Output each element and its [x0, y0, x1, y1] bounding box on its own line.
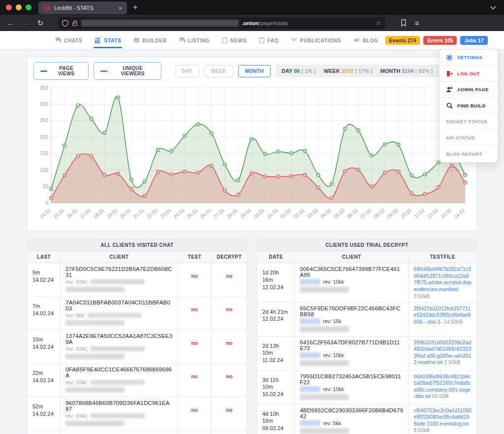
last-cell: 7m14.02.24 [28, 297, 61, 330]
menu-item-logout[interactable]: LOG OUT [440, 66, 498, 82]
events-badge[interactable]: Events 274 [385, 36, 420, 45]
last-cell: 52m14.02.24 [28, 397, 61, 431]
nav-item-news[interactable]: NEWS [222, 31, 247, 50]
megaphone-icon [353, 37, 360, 43]
col-last: LAST [28, 251, 61, 263]
col-client: CLIENT [61, 251, 178, 263]
window-controls[interactable] [0, 4, 38, 10]
red-dash-icon [100, 70, 107, 72]
y-tick-label: 100 [40, 167, 48, 173]
reload-button[interactable]: ↻ [34, 19, 46, 28]
client-cell: 6416C2F563A7DF8027B771D9B1D11E72 rev: 10… [295, 336, 409, 370]
nav-item-stats[interactable]: STATS [94, 31, 121, 50]
redacted-block [300, 287, 349, 293]
table-row: 4d 10h 16m09.02.24 4BD9932C8C290303366F2… [257, 404, 476, 434]
forward-button[interactable]: → [20, 19, 32, 27]
lockbit-favicon: LB [43, 4, 50, 11]
tab-close-icon[interactable]: × [118, 4, 122, 12]
redacted-block [91, 346, 145, 351]
y-tick-label: 300 [40, 101, 48, 107]
client-cell: 0064C365C5CE76647399B77FCE491A95 rev: 10… [295, 263, 409, 302]
x-tick-label: 02.02 [292, 207, 306, 220]
menu-item-admin-page[interactable]: ADMIN PAGE [440, 82, 498, 98]
x-tick-label: 05.02 [333, 207, 346, 220]
client-hash: 4BD9932C8C290303366F20B6B4D67942 [300, 407, 403, 419]
x-tick-label: 16.01 [65, 207, 79, 220]
browser-tab[interactable]: LB LockBit - STATS × [38, 1, 127, 14]
minimize-window-button[interactable] [16, 4, 22, 10]
redacted-block [300, 428, 349, 434]
redacted-block [300, 279, 320, 285]
legend-unique-viewers-button[interactable]: UNIQUE VIEWERS [94, 62, 161, 80]
x-tick-label: 01.02 [279, 207, 292, 220]
nav-item-faq[interactable]: FAQ [259, 31, 279, 50]
x-tick-label: 31.01 [266, 207, 279, 220]
menu-item-api-status[interactable]: API STATUS [440, 130, 498, 146]
redacted-block [65, 287, 125, 292]
jobs-badge[interactable]: Jobs 17 [460, 36, 487, 45]
clipboard-icon [222, 37, 228, 43]
period-week-button[interactable]: WEEK [204, 65, 233, 77]
nav-item-publications[interactable]: PUBLICATIONS [291, 31, 341, 50]
redacted-url [81, 20, 239, 27]
stats-chart-panel: PAGE VIEWS UNIQUE VIEWERS DAY WEEK MONTH… [27, 57, 477, 231]
x-tick-label: 12.02 [426, 207, 440, 220]
new-tab-button[interactable]: + [133, 3, 137, 12]
client-hash: 27F5D0C5C9E76221D2B5A7E2DB608C31 [65, 266, 172, 278]
x-tick-label: 17.01 [79, 207, 92, 220]
x-tick-label: 07.02 [359, 207, 373, 220]
last-cell: 1h 43m14.02.24 [28, 431, 61, 434]
table-row: 52m14.02.24 9607868B45B60B709D36FA1DC961… [28, 397, 247, 431]
menu-item-socket-status[interactable]: SOCKET STATUS [440, 114, 498, 130]
testfile-link[interactable]: 269b1031d9d23239c2ad4832dad7d02465c92323… [414, 339, 472, 366]
client-cell: 1374A2E9E7A50CC52AA1A87C3C5EE39A rev: 10… [61, 330, 178, 364]
x-tick-label: 20.01 [119, 207, 132, 220]
close-window-button[interactable] [6, 4, 12, 10]
x-tick-label: 15.01 [52, 207, 65, 220]
redacted-block [65, 421, 125, 426]
nav-item-builder[interactable]: </> BUILDER [133, 31, 166, 50]
testfile-cell: 269b1031d9d23239c2ad4832dad7d02465c92323… [409, 336, 476, 370]
client-hash: 7A04C011BBFAB0037A04C011BBFAB003 [65, 300, 172, 311]
menu-item-settings[interactable]: SETTINGS [440, 50, 498, 66]
menu-item-blog-report[interactable]: BLOG REPORT [440, 146, 498, 162]
client-hash: 65C5F9DE76DDF9BF22C456BC43FCBB58 [300, 305, 403, 317]
chart-icon [94, 37, 101, 43]
legend-page-views-button[interactable]: PAGE VIEWS [33, 62, 89, 80]
x-tick-label: 26.01 [199, 207, 213, 220]
x-tick-label: 24.01 [172, 207, 186, 220]
testfile-link[interactable]: cf540703ec2c0a1d11090e9f233090ac65c6a8d1… [414, 407, 472, 427]
date-cell: 4d 10h 16m09.02.24 [257, 404, 295, 434]
maximize-window-button[interactable] [26, 4, 32, 10]
bookmark-star-icon[interactable]: ☆ [376, 19, 381, 27]
back-button[interactable]: ← [5, 19, 17, 27]
trial-decrypt-table: CLIENTS USED TRIAL DECRYPT DATE CLIENT T… [257, 239, 477, 434]
test-status: no [178, 297, 212, 330]
save-page-icon[interactable] [400, 19, 407, 27]
nav-item-blog[interactable]: BLOG [353, 31, 378, 50]
nav-item-chats[interactable]: CHATS [55, 31, 82, 50]
test-status: no [178, 364, 212, 397]
url-bar[interactable]: .onion/page#stats ☆ [58, 17, 385, 29]
url-text: .onion/page#stats [242, 20, 288, 26]
redacted-block [300, 386, 320, 392]
period-month-button[interactable]: MONTH [238, 65, 271, 77]
date-cell: 3d 11h 10m10.02.24 [257, 370, 295, 404]
stats-chart: 05010015020025030035014.0115.0116.0117.0… [33, 83, 471, 229]
client-hash: 0064C365C5CE76647399B77FCE491A95 [300, 266, 403, 278]
x-tick-label: 10.02 [400, 207, 413, 220]
shield-icon [62, 20, 68, 27]
errors-badge[interactable]: Errors 105 [423, 36, 457, 45]
client-rev: rev: 20kk; [65, 413, 172, 419]
hamburger-menu-icon[interactable]: ≡ [415, 19, 419, 27]
period-day-button[interactable]: DAY [175, 65, 199, 77]
decrypt-status: no [212, 297, 247, 330]
col-client: CLIENT [295, 251, 409, 263]
last-cell: 15m14.02.24 [28, 330, 61, 364]
testfile-link[interactable]: 690d45d4967b282a71c3d64df12871c565ca10a6… [414, 266, 472, 292]
nav-item-listing[interactable]: LISTING [179, 31, 210, 50]
tab-list-chevron-icon[interactable] [490, 3, 496, 12]
x-tick-label: 11.02 [413, 207, 426, 219]
last-cell: 5m14.02.24 [28, 263, 61, 297]
menu-item-find-build[interactable]: FIND BUILD [440, 98, 498, 114]
